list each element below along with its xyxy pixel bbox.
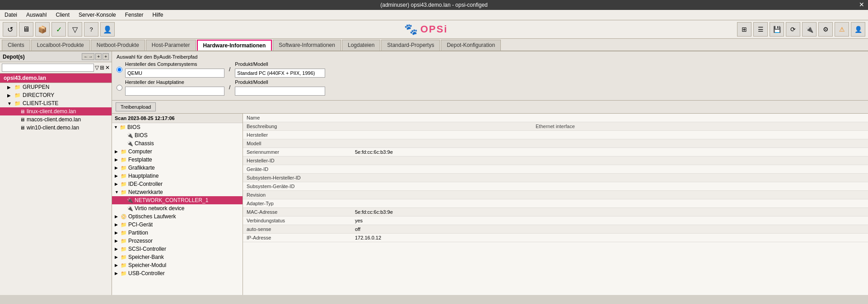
field-label: Seriennummer (243, 148, 351, 157)
check-button[interactable]: ✓ (51, 22, 66, 37)
settings-button[interactable]: ⚙ (818, 22, 833, 37)
filter-icon2[interactable]: ⊞ (100, 64, 104, 71)
refresh-button[interactable]: ↺ (3, 22, 17, 37)
macos-label: macos-client.demo.lan (27, 116, 81, 123)
tree-win10-client[interactable]: 🖥 win10-client.demo.lan (0, 124, 112, 132)
depot-add-btn2[interactable]: + (103, 53, 109, 60)
filter-icon[interactable]: ▽ (95, 64, 99, 71)
tab-depot-konfiguration[interactable]: Depot-Konfiguration (441, 40, 501, 51)
hw-partition[interactable]: ▶ 📁 Partition (112, 229, 243, 237)
menu-server-konsole[interactable]: Server-Konsole (77, 11, 118, 18)
tab-netboot[interactable]: Netboot-Produkte (91, 40, 145, 51)
usb-expand-icon: ▶ (115, 271, 119, 276)
field-extra (532, 182, 868, 191)
tree-macos-client[interactable]: 🖥 macos-client.demo.lan (0, 115, 112, 124)
clients-button[interactable]: 🖥 (19, 22, 33, 37)
product-input2[interactable] (235, 87, 325, 96)
hw-virtio[interactable]: 🔌 Virtio network device (112, 204, 243, 212)
menu-hilfe[interactable]: Hilfe (150, 11, 165, 18)
tab-hardware-informationen[interactable]: Hardware-Informationen (197, 40, 272, 51)
warning-button[interactable]: ⚠ (835, 22, 849, 37)
menu-client[interactable]: Client (54, 11, 71, 18)
hw-pci-gerat[interactable]: ▶ 📁 PCI-Gerät (112, 221, 243, 229)
connect-button[interactable]: 🔌 (802, 22, 817, 37)
hw-netzwerkkarte[interactable]: ▼ 📁 Netzwerkkarte (112, 188, 243, 196)
menu-fenster[interactable]: Fenster (123, 11, 145, 18)
table-row: Subsystem-Hersteller-ID (243, 174, 868, 182)
hw-network-controller-1[interactable]: 🔌 NETWORK_CONTROLLER_1 (112, 196, 243, 204)
hw-speicher-modul[interactable]: ▶ 📁 Speicher-Modul (112, 261, 243, 269)
field-label: Hersteller (243, 131, 351, 139)
scan-content: Scan 2023-08-25 12:17:06 ▼ 📁 BIOS 🔌 BIOS… (112, 114, 868, 295)
hw-grafikkarte[interactable]: ▶ 📁 Grafikkarte (112, 164, 243, 172)
depot-nav-btn[interactable]: ←→ (82, 53, 94, 60)
field-extra (532, 114, 868, 122)
search-bar: ▽ ⊞ ✕ (0, 62, 112, 74)
field-label: IP-Adresse (243, 234, 351, 242)
field-label: Adapter-Typ (243, 199, 351, 208)
bios-root-expand-icon: ▼ (114, 125, 118, 129)
help-button[interactable]: ? (84, 22, 98, 37)
hw-speicher-bank[interactable]: ▶ 📁 Speicher-Bank (112, 253, 243, 261)
tab-clients[interactable]: Clients (2, 40, 30, 51)
menu-datei[interactable]: Datei (3, 11, 19, 18)
filter-button[interactable]: ▽ (68, 22, 82, 37)
hw-prozessor[interactable]: ▶ 📁 Prozessor (112, 237, 243, 245)
depot-item[interactable]: opsi43.demo.lan (0, 74, 112, 83)
close-button[interactable]: ✕ (859, 1, 864, 8)
depot-add-btn1[interactable]: + (95, 53, 102, 60)
hw-bios-root[interactable]: ▼ 📁 BIOS (112, 123, 243, 131)
vendor-board-input[interactable] (125, 87, 224, 96)
tree-gruppen[interactable]: ▶ 📁 GRUPPEN (0, 83, 112, 91)
field-label: Revision (243, 191, 351, 199)
table-row: auto-sense off (243, 225, 868, 234)
audit-area: Auswahl für den ByAudit-Treiberpfad Hers… (112, 51, 868, 295)
radio-qemu[interactable] (117, 67, 122, 73)
upload-button[interactable]: Treiberupload (116, 102, 156, 111)
tree-linux-client[interactable]: 🖥 linux-client.demo.lan (0, 107, 112, 115)
user-button[interactable]: 👤 (100, 22, 115, 37)
products-button[interactable]: 📦 (35, 22, 50, 37)
grid-button[interactable]: ⊞ (737, 22, 751, 37)
vendor-system-input[interactable] (125, 69, 224, 78)
save-button[interactable]: 💾 (770, 22, 784, 37)
menu-auswahl[interactable]: Auswahl (24, 11, 48, 18)
tab-host-parameter[interactable]: Host-Parameter (146, 40, 196, 51)
hw-scsi[interactable]: ▶ 📁 SCSI-Controller (112, 245, 243, 253)
hw-bios-chip[interactable]: 🔌 BIOS (112, 131, 243, 139)
hw-chassis[interactable]: 🔌 Chassis (112, 139, 243, 147)
hw-hauptplatine[interactable]: ▶ 📁 Hauptplatine (112, 172, 243, 180)
tab-localboot[interactable]: Localboot-Produkte (31, 40, 90, 51)
festplatte-label: Festplatte (128, 157, 152, 163)
field-extra (532, 191, 868, 199)
account-button[interactable]: 👤 (851, 22, 865, 37)
product-label2: Produkt/Modell (235, 79, 325, 85)
reload-button[interactable]: ⟳ (786, 22, 800, 37)
radio-board[interactable] (117, 85, 122, 91)
field-value (351, 165, 532, 174)
depot-header: Depot(s) ←→ + + (0, 51, 112, 62)
bios-root-folder-icon: 📁 (120, 124, 126, 130)
filter-icon3[interactable]: ✕ (105, 64, 110, 71)
product-input1[interactable] (235, 69, 325, 78)
hw-computer[interactable]: ▶ 📁 Computer (112, 147, 243, 156)
hw-usb-controller[interactable]: ▶ 📁 USB-Controller (112, 269, 243, 277)
search-input[interactable] (2, 64, 94, 72)
tree-client-liste[interactable]: ▼ 📁 CLIENT-LISTE (0, 99, 112, 107)
macos-icon: 🖥 (20, 117, 25, 122)
tab-logdateien[interactable]: Logdateien (342, 40, 380, 51)
tab-standard-propertys[interactable]: Standard-Propertys (381, 40, 440, 51)
list-button[interactable]: ☰ (753, 22, 768, 37)
tree-directory[interactable]: ▶ 📁 DIRECTORY (0, 91, 112, 99)
tab-software-informationen[interactable]: Software-Informationen (273, 40, 341, 51)
chassis-label: Chassis (135, 140, 154, 147)
hw-ide-controller[interactable]: ▶ 📁 IDE-Controller (112, 180, 243, 188)
field-extra (532, 225, 868, 234)
modul-expand-icon: ▶ (115, 263, 119, 267)
table-row: Revision (243, 191, 868, 199)
hw-festplatte[interactable]: ▶ 📁 Festplatte (112, 156, 243, 164)
hw-optisches-laufwerk[interactable]: ▶ 📀 Optisches Laufwerk (112, 212, 243, 221)
bios-chip-icon: 🔌 (127, 133, 133, 138)
opt-label: Optisches Laufwerk (128, 213, 176, 220)
festplatte-expand-icon: ▶ (115, 157, 119, 162)
